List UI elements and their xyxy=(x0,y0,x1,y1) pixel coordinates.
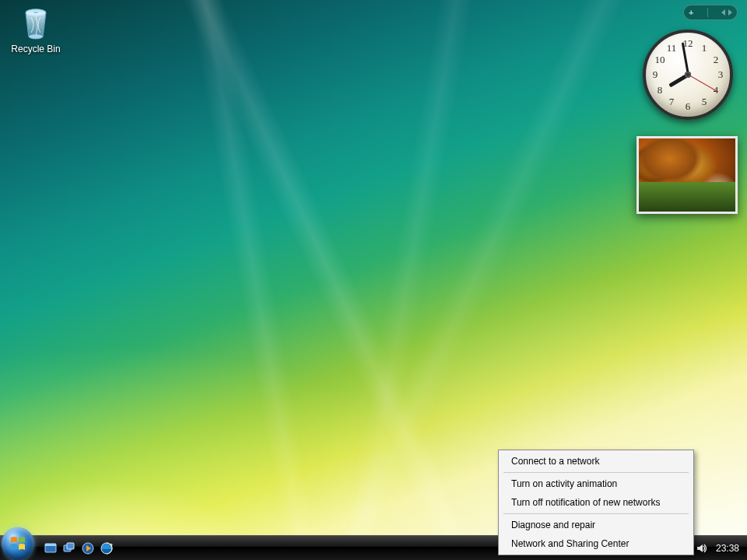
menu-item-diagnose-and-repair[interactable]: Diagnose and repair xyxy=(500,516,692,534)
svg-rect-5 xyxy=(67,543,74,549)
quick-launch-show-desktop[interactable] xyxy=(42,540,59,557)
clock-numeral: 11 xyxy=(664,42,679,54)
gadget-prev-icon[interactable] xyxy=(721,9,725,16)
menu-item-turn-off-notification-new-networks[interactable]: Turn off notification of new networks xyxy=(500,493,692,512)
clock-numeral: 1 xyxy=(696,42,712,54)
clock-center-cap xyxy=(685,72,691,78)
divider xyxy=(707,8,708,17)
start-button[interactable] xyxy=(2,527,34,560)
slideshow-image xyxy=(639,138,735,212)
gadget-next-icon[interactable] xyxy=(728,9,732,16)
sidebar-gadget-controls[interactable]: + xyxy=(683,5,738,20)
add-gadget-icon[interactable]: + xyxy=(689,8,693,17)
clock-numeral: 8 xyxy=(652,84,668,96)
switch-windows-icon xyxy=(62,541,76,555)
volume-icon xyxy=(696,542,708,555)
menu-separator xyxy=(503,472,689,473)
clock-numeral: 9 xyxy=(647,68,663,81)
menu-item-turn-on-activity-animation[interactable]: Turn on activity animation xyxy=(500,474,692,493)
network-tray-context-menu: Connect to a network Turn on activity an… xyxy=(498,450,694,555)
clock-numeral: 2 xyxy=(708,54,724,66)
clock-numeral: 7 xyxy=(664,96,679,108)
clock-gadget[interactable]: 12 1 2 3 4 5 6 7 8 9 10 11 xyxy=(643,30,733,120)
menu-separator xyxy=(503,513,689,514)
quick-launch-media-player[interactable] xyxy=(79,540,96,557)
windows-logo-icon xyxy=(9,534,27,553)
menu-item-network-and-sharing-center[interactable]: Network and Sharing Center xyxy=(500,534,692,553)
clock-numeral: 10 xyxy=(652,54,668,66)
desktop-icon-recycle-bin[interactable]: Recycle Bin xyxy=(6,5,65,54)
slideshow-gadget[interactable] xyxy=(637,136,738,214)
svg-rect-3 xyxy=(45,544,56,546)
clock-numeral: 6 xyxy=(680,100,696,113)
recycle-bin-icon xyxy=(17,5,54,42)
taskbar-clock[interactable]: 23:38 xyxy=(711,543,742,554)
menu-item-connect-to-network[interactable]: Connect to a network xyxy=(500,452,692,471)
quick-launch-internet-explorer[interactable] xyxy=(98,540,115,557)
show-desktop-icon xyxy=(44,541,58,555)
quick-launch-switch-windows[interactable] xyxy=(61,540,78,557)
quick-launch-bar xyxy=(39,536,118,560)
tray-volume[interactable] xyxy=(696,542,708,555)
clock-numeral: 3 xyxy=(713,68,728,81)
desktop-icon-label: Recycle Bin xyxy=(6,44,65,54)
internet-explorer-icon xyxy=(100,541,114,555)
desktop-wallpaper[interactable]: Recycle Bin + 12 1 2 3 4 5 6 7 8 9 10 11 xyxy=(0,0,747,560)
media-player-icon xyxy=(81,541,95,555)
clock-numeral: 5 xyxy=(696,96,712,108)
